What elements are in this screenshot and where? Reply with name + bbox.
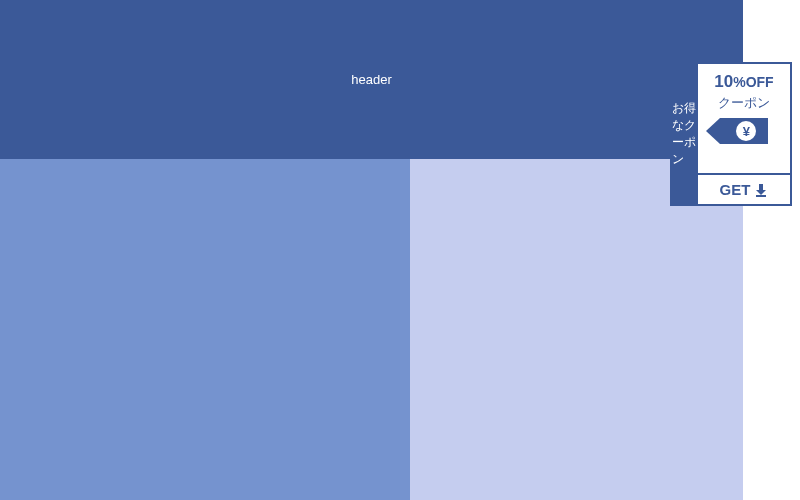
- coupon-tab-label: お得なクーポン: [672, 100, 698, 167]
- content-area: [0, 159, 743, 500]
- page-wrapper: header: [0, 0, 743, 500]
- coupon-body: 10%OFF クーポン ¥ GET: [698, 64, 790, 204]
- content-right-panel: [410, 159, 743, 500]
- svg-rect-2: [756, 195, 766, 197]
- ticket-bg: ¥: [720, 118, 768, 144]
- coupon-discount: 10%OFF: [702, 72, 786, 92]
- svg-rect-0: [759, 184, 763, 191]
- header-title: header: [351, 72, 391, 87]
- download-icon: [754, 183, 768, 197]
- coupon-discount-number: 10: [714, 72, 733, 91]
- coupon-tab[interactable]: お得なクーポン: [672, 64, 698, 204]
- svg-marker-1: [756, 190, 766, 195]
- coupon-top: 10%OFF クーポン ¥: [698, 64, 790, 173]
- header: header: [0, 0, 743, 159]
- coupon-action-label: GET: [720, 181, 751, 198]
- yen-symbol: ¥: [743, 124, 750, 139]
- coupon-ticket-icon: ¥: [720, 118, 768, 144]
- coupon-get-button[interactable]: GET: [698, 173, 790, 204]
- coupon-widget[interactable]: お得なクーポン 10%OFF クーポン ¥ GET: [670, 62, 792, 206]
- yen-icon: ¥: [736, 121, 756, 141]
- content-left-panel: [0, 159, 410, 500]
- coupon-discount-suffix: %OFF: [733, 74, 773, 90]
- coupon-label: クーポン: [702, 94, 786, 112]
